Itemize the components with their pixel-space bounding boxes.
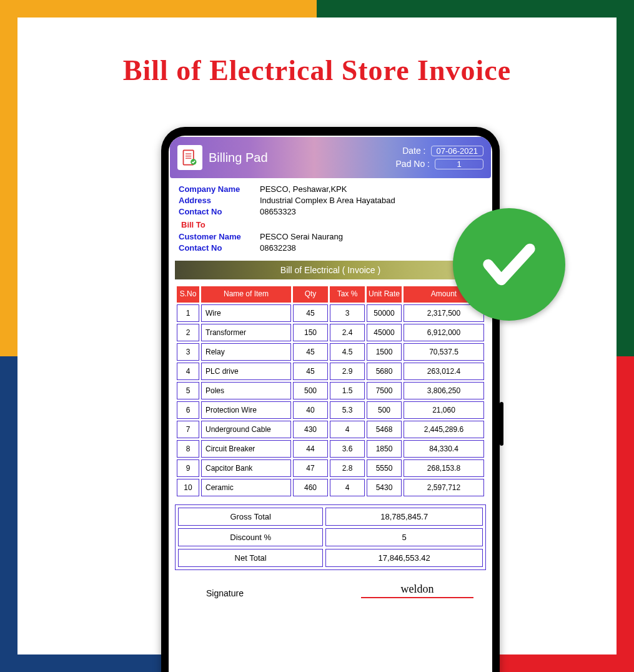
contact-value: 08653323 xyxy=(260,207,296,216)
net-total-label: Net Total xyxy=(178,549,323,567)
contact-label: Contact No xyxy=(179,207,260,216)
col-tax: Tax % xyxy=(330,286,365,303)
cell-name: Relay xyxy=(201,343,291,361)
gross-total-label: Gross Total xyxy=(178,508,323,526)
table-row: 3Relay454.5150070,537.5 xyxy=(177,343,484,361)
totals-table: Gross Total 18,785,845.7 Discount % 5 Ne… xyxy=(176,505,485,569)
check-icon xyxy=(453,208,565,321)
cell-qty: 45 xyxy=(293,363,328,380)
address-label: Address xyxy=(179,196,260,205)
cell-tax: 2.9 xyxy=(330,363,365,380)
cell-rate: 7500 xyxy=(367,382,402,399)
cell-name: Protection Wire xyxy=(201,401,291,419)
cell-qty: 500 xyxy=(293,382,328,399)
cell-sno: 2 xyxy=(177,324,199,341)
cell-amount: 84,330.4 xyxy=(404,440,484,458)
cell-amount: 2,597,712 xyxy=(404,479,484,496)
billing-pad-icon xyxy=(177,145,202,170)
cell-rate: 1500 xyxy=(367,343,402,361)
cell-sno: 7 xyxy=(177,421,199,438)
table-row: 5Poles5001.575003,806,250 xyxy=(177,382,484,399)
col-sno: S.No xyxy=(177,286,199,303)
cell-rate: 1850 xyxy=(367,440,402,458)
table-row: 6Protection Wire405.350021,060 xyxy=(177,401,484,419)
cell-tax: 4 xyxy=(330,421,365,438)
discount-label: Discount % xyxy=(178,528,323,546)
company-name-label: Company Name xyxy=(179,184,260,194)
cell-name: Transformer xyxy=(201,324,291,341)
phone-frame: Billing Pad Date : 07-06-2021 Pad No : 1… xyxy=(161,127,500,672)
cell-sno: 4 xyxy=(177,363,199,380)
table-row: 10Ceramic460454302,597,712 xyxy=(177,479,484,496)
company-name-value: PESCO, Peshawar,KPK xyxy=(260,184,347,194)
cell-name: Capcitor Bank xyxy=(201,459,291,477)
cell-rate: 5680 xyxy=(367,363,402,380)
cell-qty: 47 xyxy=(293,459,328,477)
cell-rate: 5468 xyxy=(367,421,402,438)
address-value: Industrial Complex B Area Hayatabad xyxy=(260,196,395,205)
header-meta: Date : 07-06-2021 Pad No : 1 xyxy=(396,146,483,169)
col-qty: Qty xyxy=(293,286,328,303)
pad-no-value: 1 xyxy=(435,159,483,169)
cell-tax: 4 xyxy=(330,479,365,496)
cell-qty: 460 xyxy=(293,479,328,496)
cell-qty: 40 xyxy=(293,401,328,419)
cell-tax: 5.3 xyxy=(330,401,365,419)
items-table-wrap: S.No Name of Item Qty Tax % Unit Rate Am… xyxy=(169,284,492,498)
cell-sno: 3 xyxy=(177,343,199,361)
net-total-value: 17,846,553.42 xyxy=(325,549,483,567)
signature-line xyxy=(361,597,473,598)
cell-qty: 45 xyxy=(293,304,328,322)
content-panel: Bill of Electrical Store Invoice Billing… xyxy=(17,18,617,654)
cell-rate: 50000 xyxy=(367,304,402,322)
cell-sno: 8 xyxy=(177,440,199,458)
bill-to-label: Bill To xyxy=(181,220,482,229)
section-title: Bill of Electrical ( Invoice ) xyxy=(175,261,486,279)
pad-no-label: Pad No : xyxy=(396,159,430,169)
cell-amount: 6,912,000 xyxy=(404,324,484,341)
cell-qty: 150 xyxy=(293,324,328,341)
app-title: Billing Pad xyxy=(209,151,396,165)
app-header: Billing Pad Date : 07-06-2021 Pad No : 1 xyxy=(170,137,491,178)
cell-tax: 2.4 xyxy=(330,324,365,341)
cell-tax: 2.8 xyxy=(330,459,365,477)
cell-qty: 44 xyxy=(293,440,328,458)
totals-wrap: Gross Total 18,785,845.7 Discount % 5 Ne… xyxy=(175,504,486,570)
items-table: S.No Name of Item Qty Tax % Unit Rate Am… xyxy=(175,284,486,498)
customer-contact-label: Contact No xyxy=(179,243,260,253)
cell-sno: 9 xyxy=(177,459,199,477)
cell-sno: 10 xyxy=(177,479,199,496)
cell-sno: 1 xyxy=(177,304,199,322)
customer-name-value: PESCO Serai Naurang xyxy=(260,232,343,241)
cell-name: Wire xyxy=(201,304,291,322)
phone-screen: Billing Pad Date : 07-06-2021 Pad No : 1… xyxy=(169,136,492,672)
cell-amount: 70,537.5 xyxy=(404,343,484,361)
cell-tax: 3.6 xyxy=(330,440,365,458)
page-title: Bill of Electrical Store Invoice xyxy=(17,54,617,87)
cell-rate: 45000 xyxy=(367,324,402,341)
cell-name: Underground Cable xyxy=(201,421,291,438)
company-block: Company Name PESCO, Peshawar,KPK Address… xyxy=(169,178,492,257)
cell-name: PLC drive xyxy=(201,363,291,380)
cell-tax: 1.5 xyxy=(330,382,365,399)
col-rate: Unit Rate xyxy=(367,286,402,303)
cell-tax: 4.5 xyxy=(330,343,365,361)
table-row: 9Capcitor Bank472.85550268,153.8 xyxy=(177,459,484,477)
cell-sno: 5 xyxy=(177,382,199,399)
table-row: 1Wire453500002,317,500 xyxy=(177,304,484,322)
cell-rate: 5430 xyxy=(367,479,402,496)
cell-name: Circuit Breaker xyxy=(201,440,291,458)
signature-label: Signature xyxy=(206,588,244,598)
phone-side-button xyxy=(500,402,503,446)
cell-amount: 21,060 xyxy=(404,401,484,419)
cell-name: Ceramic xyxy=(201,479,291,496)
table-row: 4PLC drive452.95680263,012.4 xyxy=(177,363,484,380)
gross-total-value: 18,785,845.7 xyxy=(325,508,483,526)
discount-value: 5 xyxy=(325,528,483,546)
col-name: Name of Item xyxy=(201,286,291,303)
cell-rate: 500 xyxy=(367,401,402,419)
signature-row: Signature weldon xyxy=(169,570,492,604)
customer-contact-value: 08632238 xyxy=(260,243,296,253)
cell-amount: 3,806,250 xyxy=(404,382,484,399)
signature-value: weldon xyxy=(401,583,434,596)
